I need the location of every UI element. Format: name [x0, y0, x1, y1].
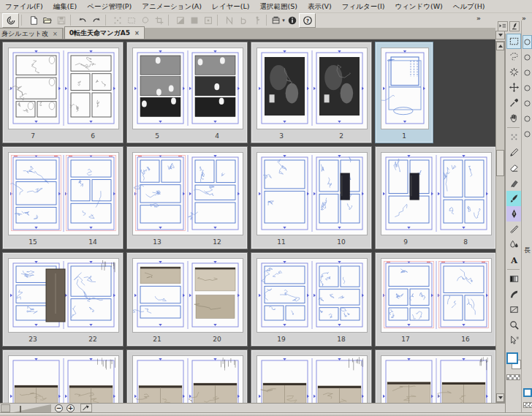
menu-file[interactable]: ファイル(F): [0, 0, 48, 12]
page-spread-card[interactable]: 1716: [375, 252, 495, 347]
ruler-tool[interactable]: [506, 222, 521, 237]
transparent-swatch[interactable]: [523, 402, 532, 408]
hand-tool[interactable]: [506, 110, 521, 126]
operation-tool[interactable]: [506, 333, 521, 348]
menu-animation[interactable]: アニメーション(A): [137, 0, 207, 12]
close-icon[interactable]: ×: [134, 30, 140, 37]
subtool-item-6[interactable]: [522, 112, 532, 126]
fill-button: [138, 14, 152, 27]
hand-icon: [509, 113, 520, 124]
page-spread-card[interactable]: 1514: [2, 146, 123, 249]
open-file-button[interactable]: [40, 14, 54, 27]
page-spread-card[interactable]: 54: [126, 42, 248, 143]
rect-select-tool[interactable]: [506, 34, 521, 49]
pencil-icon: [509, 147, 520, 158]
marker-tool[interactable]: [506, 175, 521, 191]
subtool-item-2[interactable]: [522, 50, 532, 64]
page-spread-card[interactable]: 2120: [126, 252, 248, 347]
page-spread-card[interactable]: 98: [375, 146, 495, 249]
move-tool[interactable]: [506, 80, 521, 95]
redo-button[interactable]: [89, 14, 103, 27]
page-spread-card[interactable]: 1312: [126, 146, 248, 249]
eraser-tool[interactable]: [506, 160, 521, 175]
page-spread-card[interactable]: 2322: [2, 252, 123, 347]
gradient-tool[interactable]: [506, 271, 521, 287]
spread-thumbnail: [133, 48, 243, 129]
navigate-button[interactable]: [80, 404, 92, 412]
subtool-item-3[interactable]: [522, 66, 532, 80]
zoom-in-button[interactable]: +: [66, 404, 75, 412]
brush-tool[interactable]: [506, 191, 521, 206]
subtool-item-5[interactable]: [522, 97, 532, 110]
transparent-color-swatch[interactable]: [506, 374, 520, 380]
snap-ruler-button: [222, 14, 236, 27]
text-tool[interactable]: A: [506, 252, 521, 268]
page-spread-card[interactable]: 1110: [251, 146, 372, 249]
pencil-tool[interactable]: [506, 145, 521, 160]
clip-studio-info-button[interactable]: [285, 14, 299, 27]
page-number: 4: [187, 132, 247, 140]
tab-silhouette-doc[interactable]: 身シルエット改 ×: [0, 28, 63, 39]
clip-studio-logo-button[interactable]: [2, 13, 19, 28]
page-manager-canvas[interactable]: 7654321151413121110982322212019181716: [0, 39, 495, 403]
undo-button[interactable]: [75, 14, 89, 27]
toolbar-overflow-chevron-icon[interactable]: »: [476, 15, 480, 22]
move-icon: [509, 82, 520, 93]
page-spread-card[interactable]: [126, 349, 248, 403]
page-spread-card[interactable]: 1918: [251, 252, 372, 347]
page-number: 6: [63, 132, 123, 140]
page-spread-card[interactable]: [251, 349, 372, 403]
zoom-tool[interactable]: [506, 317, 521, 333]
eyedropper-tool[interactable]: [506, 95, 521, 110]
spread-thumbnail: [381, 356, 491, 403]
vertical-scrollbar[interactable]: [495, 41, 505, 403]
collapsed-palette-label: 長: [524, 246, 531, 255]
lasso-select-tool[interactable]: [506, 49, 521, 64]
magic-wand-tool[interactable]: [506, 64, 521, 80]
airbrush-tool[interactable]: [506, 287, 521, 302]
spread-thumbnail: [381, 48, 428, 129]
subtool-item-1[interactable]: [522, 35, 532, 49]
arrow-up-icon: [498, 45, 503, 48]
page-number: 16: [436, 336, 495, 343]
subtool-item-7[interactable]: [522, 127, 532, 141]
layer-color-swatch[interactable]: [523, 388, 532, 397]
palette-list-button[interactable]: [498, 21, 508, 31]
menu-edit[interactable]: 編集(E): [48, 0, 82, 12]
page-spread-card[interactable]: 32: [251, 42, 372, 143]
scroll-up-button[interactable]: [496, 42, 504, 50]
new-file-button[interactable]: [26, 14, 40, 27]
tab-manga-a5-doc[interactable]: 0転生天命マンガA5 ×: [64, 26, 145, 39]
page-spread-card[interactable]: [2, 349, 123, 403]
menu-window[interactable]: ウィンドウ(W): [390, 0, 447, 12]
menu-view[interactable]: 表示(V): [303, 0, 337, 12]
page-spread-card[interactable]: [375, 349, 495, 403]
palette-pen-button[interactable]: [509, 21, 520, 31]
scrollbar-thumb[interactable]: [496, 150, 504, 176]
pen-tool[interactable]: [506, 206, 521, 222]
close-icon[interactable]: ×: [53, 31, 58, 37]
figure-tool[interactable]: [506, 302, 521, 317]
menu-help[interactable]: ヘルプ(H): [448, 0, 490, 12]
page-spread-card[interactable]: 76: [2, 42, 123, 143]
menu-filter[interactable]: フィルター(I): [337, 0, 390, 12]
help-button[interactable]: ?: [299, 13, 316, 28]
quill-icon: [510, 22, 519, 31]
subtool-item-4[interactable]: [522, 81, 532, 95]
border-effect-button: [173, 14, 187, 27]
page-card[interactable]: 1: [375, 42, 433, 143]
scroll-down-button[interactable]: [496, 393, 504, 402]
subtool-circle-icon: [523, 38, 531, 46]
foreground-color-swatch[interactable]: [506, 352, 518, 364]
zoom-slider[interactable]: [13, 404, 51, 412]
zoom-out-button[interactable]: −: [55, 404, 63, 412]
menu-page-management[interactable]: ページ管理(P): [82, 0, 137, 12]
decoration-tool[interactable]: [506, 129, 521, 145]
color-swatch-area: [506, 351, 521, 395]
figure-icon: [509, 304, 520, 315]
menu-selection[interactable]: 選択範囲(S): [254, 0, 302, 12]
blend-tool[interactable]: [506, 237, 521, 252]
menu-layer[interactable]: レイヤー(L): [207, 0, 254, 12]
scrollbar-menu-button[interactable]: [495, 31, 505, 39]
workspace-dropdown-button[interactable]: ▾: [271, 14, 285, 27]
